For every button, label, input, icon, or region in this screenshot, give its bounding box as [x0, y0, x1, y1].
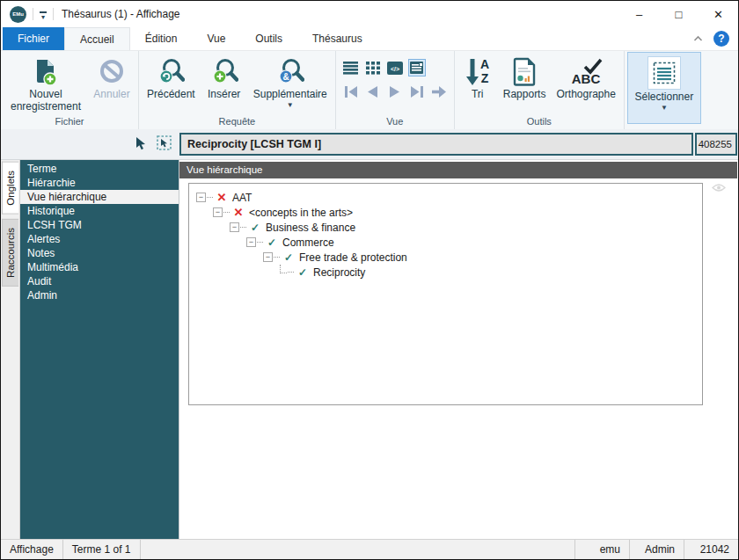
tab-vue[interactable]: Vue: [192, 27, 240, 50]
side-tab-onglets[interactable]: Onglets: [2, 162, 18, 215]
tree-connector: [223, 212, 230, 213]
spelling-icon: ABC: [567, 55, 604, 87]
sidebar-item-historique[interactable]: Historique: [20, 204, 179, 218]
tab-thesaurus[interactable]: Thésaurus: [297, 27, 377, 50]
ribbon-tab-row: Fichier Accueil Édition Vue Outils Thésa…: [1, 27, 738, 51]
main-area: Onglets Raccourcis TermeHiérarchieVue hi…: [1, 159, 738, 539]
tree-expand-toggle[interactable]: −: [213, 207, 223, 217]
status-spacer: [141, 540, 574, 559]
list-view-icon[interactable]: [342, 59, 360, 76]
group-label-fichier: Fichier: [4, 115, 135, 129]
sidebar-list: TermeHiérarchieVue hiérarchiqueHistoriqu…: [20, 160, 179, 539]
sidebar-item-multim-dia[interactable]: Multimédia: [20, 260, 179, 274]
grid-view-icon[interactable]: [364, 59, 382, 76]
spelling-button[interactable]: ABC Orthographe: [551, 52, 620, 102]
reports-button[interactable]: Rapports: [498, 52, 552, 102]
additional-query-icon: &: [276, 55, 304, 87]
select-pointer-icon[interactable]: [157, 135, 172, 153]
tree-row[interactable]: −✓Free trade & protection: [193, 250, 699, 265]
record-summary-row: Reciprocity [LCSH TGM I] 408255: [1, 129, 738, 159]
sidebar-item-terme[interactable]: Terme: [20, 162, 179, 176]
tab-accueil[interactable]: Accueil: [64, 27, 130, 50]
sidebar-item-lcsh-tgm[interactable]: LCSH TGM: [20, 218, 179, 232]
sort-icon: A Z: [464, 55, 492, 87]
ribbon-group-outils: A Z Tri: [455, 51, 625, 129]
side-tab-raccourcis[interactable]: Raccourcis: [2, 219, 18, 287]
tree-node-label: Business & finance: [266, 222, 355, 234]
tree-expand-toggle[interactable]: −: [230, 222, 239, 232]
previous-record-icon[interactable]: [364, 83, 382, 100]
app-window: EMu ▾ Thésaurus (1) - Affichage – □ ✕ Fi…: [0, 0, 739, 560]
status-cell-terme-1-of-1: Terme 1 of 1: [63, 540, 141, 559]
undo-button[interactable]: Annuler: [88, 52, 135, 102]
svg-text:Z: Z: [480, 71, 488, 85]
tree-expand-toggle[interactable]: −: [246, 237, 256, 247]
status-left: AffichageTerme 1 of 1: [1, 540, 141, 559]
sidebar-item-audit[interactable]: Audit: [20, 274, 179, 288]
additional-query-button[interactable]: & Supplémentaire ▼: [248, 52, 333, 110]
previous-query-button[interactable]: Précédent: [142, 52, 201, 102]
group-label-vue: Vue: [339, 115, 451, 129]
titlebar-separator: [33, 8, 33, 20]
sidebar-item-hi-rarchie[interactable]: Hiérarchie: [20, 176, 179, 190]
record-irn-field[interactable]: 408255: [695, 133, 737, 156]
next-record-icon[interactable]: [386, 83, 404, 100]
tree-node-label: AAT: [232, 192, 252, 204]
undo-icon: [99, 55, 125, 87]
close-button[interactable]: ✕: [699, 1, 738, 27]
approved-check-icon: ✓: [265, 236, 279, 249]
first-record-icon[interactable]: [342, 83, 360, 100]
tree-node-label: Free trade & protection: [299, 251, 407, 264]
code-view-icon[interactable]: </>: [386, 59, 404, 76]
panel-header: Vue hiérarchique: [179, 162, 737, 178]
help-button[interactable]: ?: [713, 31, 729, 47]
previous-query-icon: [157, 55, 185, 87]
collapse-ribbon-icon[interactable]: [693, 34, 703, 44]
tree-node-label: <concepts in the arts>: [249, 207, 353, 219]
status-cell-emu: emu: [574, 540, 629, 559]
sidebar-item-vue-hi-rarchique[interactable]: Vue hiérarchique: [20, 190, 179, 204]
eye-icon[interactable]: [712, 183, 726, 195]
tree-row[interactable]: ✓Reciprocity: [193, 265, 699, 280]
tree-expand-toggle[interactable]: −: [196, 193, 206, 202]
form-view-icon[interactable]: [408, 59, 426, 76]
maximize-button[interactable]: □: [659, 1, 699, 27]
sort-button[interactable]: A Z Tri: [457, 52, 498, 102]
tree-connector: [240, 227, 246, 228]
goto-record-icon[interactable]: [430, 83, 448, 100]
title-bar: EMu ▾ Thésaurus (1) - Affichage – □ ✕: [1, 1, 738, 27]
status-cell-21042: 21042: [684, 540, 738, 559]
select-icon: [648, 56, 681, 90]
status-cell-admin: Admin: [629, 540, 684, 559]
side-tab-strip: Onglets Raccourcis: [1, 160, 20, 539]
titlebar-separator: [53, 8, 54, 20]
last-record-icon[interactable]: [408, 83, 426, 100]
ribbon-group-fichier: Nouvel enregistrement Annuler Fichier: [1, 51, 139, 129]
tree-row[interactable]: −✕AAT: [193, 190, 699, 205]
tab-fichier[interactable]: Fichier: [3, 27, 64, 50]
sidebar-item-admin[interactable]: Admin: [20, 288, 179, 302]
sidebar-item-notes[interactable]: Notes: [20, 246, 179, 260]
svg-text:A: A: [480, 57, 489, 71]
ribbon-group-vue: </>: [336, 51, 455, 129]
minimize-button[interactable]: –: [619, 1, 659, 27]
ribbon-group-requete: Précédent Insérer: [139, 51, 336, 129]
pointer-icon[interactable]: [135, 136, 147, 153]
tree-row[interactable]: −✓Business & finance: [193, 220, 699, 235]
sidebar-item-alertes[interactable]: Alertes: [20, 232, 179, 246]
select-button[interactable]: Sélectionner ▼: [627, 52, 701, 124]
record-summary-field[interactable]: Reciprocity [LCSH TGM I]: [179, 133, 693, 156]
ribbon-group-selectionner: Sélectionner ▼: [625, 51, 704, 129]
group-label-requete: Requête: [142, 115, 333, 129]
status-cell-affichage: Affichage: [1, 540, 63, 559]
insert-button[interactable]: Insérer: [201, 52, 248, 102]
tab-outils[interactable]: Outils: [240, 27, 297, 50]
tree-row[interactable]: −✓Commerce: [193, 235, 699, 250]
additional-dropdown-caret-icon: ▼: [287, 102, 294, 109]
tree-expand-toggle[interactable]: −: [263, 252, 273, 262]
tree-node-label: Commerce: [282, 236, 334, 249]
tab-edition[interactable]: Édition: [130, 27, 193, 50]
new-record-button[interactable]: Nouvel enregistrement: [4, 52, 88, 114]
tree-row[interactable]: −✕<concepts in the arts>: [193, 205, 699, 220]
quick-access-dropdown-icon[interactable]: ▾: [40, 9, 47, 19]
